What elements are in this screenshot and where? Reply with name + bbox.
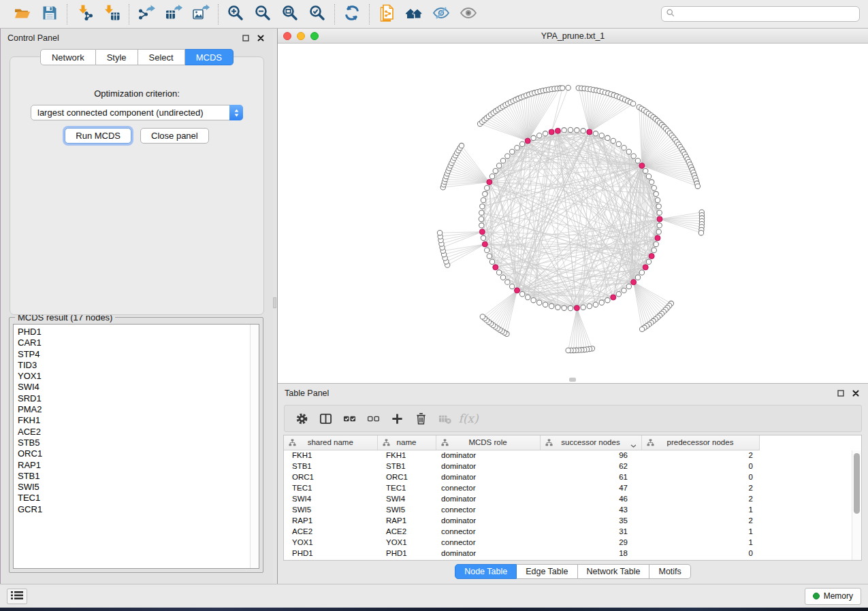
network-node[interactable] [487, 254, 492, 259]
mcds-result-item[interactable]: SWI5 [18, 482, 259, 493]
close-panel-button[interactable]: Close panel [140, 128, 209, 144]
network-node[interactable] [616, 142, 621, 146]
network-node[interactable] [480, 314, 485, 319]
network-hub-node[interactable] [493, 265, 498, 270]
run-mcds-button[interactable]: Run MCDS [65, 128, 131, 144]
network-node[interactable] [531, 135, 536, 140]
network-node[interactable] [652, 186, 656, 191]
plus-button[interactable] [388, 410, 406, 427]
network-node[interactable] [695, 184, 700, 188]
vertical-splitter[interactable] [273, 29, 278, 584]
export-image-button[interactable] [189, 3, 213, 26]
network-node[interactable] [568, 306, 573, 310]
mcds-result-item[interactable]: ORC1 [18, 448, 259, 459]
network-node[interactable] [481, 235, 485, 240]
table-row[interactable]: TEC1TEC1connector472 [284, 482, 759, 493]
network-node[interactable] [526, 295, 530, 299]
columns-button[interactable] [317, 410, 334, 427]
mcds-result-item[interactable]: TEC1 [18, 493, 259, 503]
network-node[interactable] [505, 154, 510, 159]
memory-button[interactable]: Memory [805, 588, 861, 605]
network-node[interactable] [500, 275, 505, 280]
network-hub-node[interactable] [479, 229, 485, 235]
network-hub-node[interactable] [631, 280, 637, 285]
table-row[interactable]: FKH1FKH1dominator962 [284, 450, 759, 461]
network-node[interactable] [593, 131, 598, 136]
network-node[interactable] [531, 297, 536, 302]
zoom-fit-button[interactable] [278, 3, 302, 26]
mcds-result-item[interactable]: CAR1 [18, 337, 259, 348]
mcds-result-item[interactable]: SRD1 [18, 393, 259, 404]
network-hub-node[interactable] [649, 253, 654, 259]
mcds-result-item[interactable]: ACE2 [18, 427, 259, 437]
network-node[interactable] [543, 131, 547, 136]
mcds-result-item[interactable]: STP4 [18, 349, 259, 360]
network-node[interactable] [481, 197, 485, 202]
network-node[interactable] [630, 101, 635, 106]
network-hub-node[interactable] [555, 128, 560, 133]
network-node[interactable] [479, 223, 484, 228]
network-node[interactable] [616, 292, 621, 297]
network-node[interactable] [575, 128, 579, 133]
network-node[interactable] [652, 248, 656, 252]
network-node[interactable] [566, 348, 570, 352]
table-row[interactable]: SWI5SWI5connector431 [284, 504, 759, 515]
search-input[interactable] [675, 7, 855, 20]
network-node[interactable] [568, 127, 573, 132]
network-node[interactable] [593, 302, 598, 307]
import-network-button[interactable] [72, 3, 97, 26]
tab-mcds[interactable]: MCDS [185, 49, 234, 65]
network-hub-node[interactable] [574, 306, 579, 311]
trash-button[interactable] [412, 410, 430, 427]
network-node[interactable] [646, 174, 651, 179]
network-node[interactable] [479, 210, 484, 215]
network-hub-node[interactable] [482, 242, 487, 247]
tab-network-table[interactable]: Network Table [578, 564, 650, 579]
network-node[interactable] [657, 223, 662, 228]
deselect-all-button[interactable] [364, 410, 382, 427]
network-node[interactable] [698, 230, 703, 235]
table-row[interactable]: ACE2ACE2connector311 [284, 526, 759, 537]
mcds-result-item[interactable]: YOX1 [18, 371, 259, 382]
network-node[interactable] [581, 305, 585, 310]
float-table-panel-icon[interactable] [835, 388, 846, 399]
tab-style[interactable]: Style [96, 49, 138, 65]
network-node[interactable] [611, 138, 615, 143]
network-node[interactable] [599, 300, 604, 305]
network-node[interactable] [654, 191, 658, 196]
hide-selected-button[interactable] [429, 3, 453, 26]
table-row[interactable]: ORC1ORC1dominator610 [284, 472, 759, 482]
zoom-selected-button[interactable] [305, 3, 329, 26]
network-node[interactable] [635, 159, 640, 163]
table-vscroll-thumb[interactable] [854, 453, 860, 514]
network-hub-node[interactable] [525, 138, 530, 144]
network-node[interactable] [479, 216, 483, 221]
network-node[interactable] [622, 288, 626, 293]
network-hscroll-thumb[interactable] [569, 378, 576, 382]
network-node[interactable] [485, 186, 489, 191]
mcds-result-item[interactable]: RAP1 [18, 460, 259, 471]
network-hub-node[interactable] [655, 235, 660, 241]
network-node[interactable] [543, 302, 547, 307]
first-neighbors-button[interactable] [402, 3, 426, 26]
network-node[interactable] [631, 154, 636, 159]
network-node[interactable] [493, 168, 498, 173]
network-node[interactable] [562, 306, 566, 310]
network-node[interactable] [646, 259, 651, 264]
table-row[interactable]: RAP1RAP1dominator352 [284, 515, 759, 526]
network-hub-node[interactable] [657, 216, 662, 222]
column-header-predecessor-nodes[interactable]: predecessor nodes [641, 435, 759, 450]
mcds-result-item[interactable]: SWI4 [18, 382, 259, 393]
network-node[interactable] [560, 86, 565, 90]
mcds-result-item[interactable]: STB5 [18, 437, 259, 448]
task-history-button[interactable] [7, 589, 27, 604]
network-node[interactable] [649, 180, 654, 184]
close-table-panel-icon[interactable] [850, 388, 861, 399]
open-session-button[interactable] [10, 3, 35, 26]
network-node[interactable] [599, 133, 604, 138]
network-hub-node[interactable] [587, 129, 592, 135]
network-node[interactable] [485, 248, 489, 252]
tab-node-table[interactable]: Node Table [455, 564, 517, 579]
import-table-button[interactable] [99, 3, 124, 26]
network-node[interactable] [537, 300, 542, 305]
